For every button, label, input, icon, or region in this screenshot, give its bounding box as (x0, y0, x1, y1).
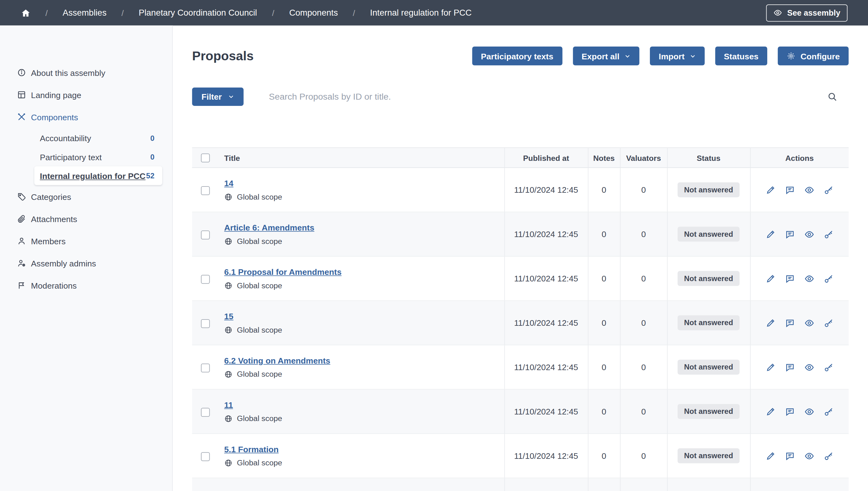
edit-proposal-icon[interactable] (765, 318, 775, 328)
proposal-scope: Global scope (224, 237, 504, 246)
notes-count-cell: 0 (588, 301, 620, 345)
proposal-title-cell: Article 6: Amendments Global scope (219, 212, 504, 256)
proposal-title-link[interactable]: 15 (224, 311, 234, 321)
proposal-scope: Global scope (224, 414, 504, 423)
proposal-title-link[interactable]: 11 (224, 400, 233, 409)
gear-icon (786, 52, 795, 60)
permissions-key-icon[interactable] (824, 406, 834, 416)
search-input[interactable] (269, 92, 820, 102)
proposal-title-link[interactable]: 5.1 Formation (224, 444, 279, 454)
edit-proposal-icon[interactable] (765, 185, 775, 195)
notes-count-cell: 0 (588, 212, 620, 256)
edit-proposal-icon[interactable] (765, 362, 775, 372)
valuators-count-cell: 0 (620, 389, 667, 434)
answer-proposal-icon[interactable] (785, 318, 795, 328)
preview-proposal-icon[interactable] (804, 229, 814, 239)
sidebar-item-about[interactable]: About this assembly (0, 61, 172, 84)
actions-cell (750, 168, 849, 212)
status-cell: Not answered (667, 434, 750, 478)
proposal-title-link[interactable]: Article 6: Amendments (224, 223, 314, 232)
participatory-texts-button[interactable]: Participatory texts (472, 47, 562, 65)
export-all-button[interactable]: Export all (573, 47, 640, 65)
count-badge: 52 (146, 171, 154, 180)
preview-proposal-icon[interactable] (804, 318, 814, 328)
table-row: 11 Global scope 11/10/2024 12:45 0 0 Not… (192, 389, 849, 434)
row-checkbox[interactable] (201, 408, 210, 416)
sidebar-item-accountability[interactable]: Accountability 0 (34, 129, 162, 147)
import-button[interactable]: Import (650, 47, 705, 65)
row-checkbox[interactable] (201, 230, 210, 239)
sidebar-item-internal-regulation[interactable]: Internal regulation for PCC 52 (34, 166, 162, 185)
permissions-key-icon[interactable] (824, 185, 834, 195)
filter-button[interactable]: Filter (192, 87, 243, 106)
sidebar-item-members[interactable]: Members (0, 230, 172, 252)
status-badge: Not answered (677, 359, 740, 375)
row-checkbox[interactable] (201, 363, 210, 372)
toolbar: Participatory texts Export all Import St… (472, 47, 849, 65)
row-checkbox[interactable] (201, 452, 210, 461)
globe-icon (224, 193, 233, 201)
select-all-checkbox[interactable] (201, 154, 210, 163)
see-assembly-button[interactable]: See assembly (766, 4, 848, 21)
sidebar-item-landing-page[interactable]: Landing page (0, 84, 172, 106)
answer-proposal-icon[interactable] (785, 451, 795, 461)
sidebar-item-components[interactable]: Components (0, 106, 172, 128)
sidebar-item-moderations[interactable]: Moderations (0, 274, 172, 296)
breadcrumb-assemblies[interactable]: Assemblies (63, 8, 107, 18)
row-checkbox[interactable] (201, 186, 210, 195)
answer-proposal-icon[interactable] (785, 185, 795, 195)
answer-proposal-icon[interactable] (785, 362, 795, 372)
search-button[interactable] (827, 91, 838, 102)
edit-proposal-icon[interactable] (765, 229, 775, 239)
sidebar-item-assembly-admins[interactable]: Assembly admins (0, 252, 172, 274)
notes-count-cell: 0 (588, 168, 620, 212)
row-checkbox-cell (192, 168, 219, 212)
notes-count-cell: 0 (588, 434, 620, 478)
breadcrumb-assembly-name[interactable]: Planetary Coordination Council (139, 8, 257, 18)
edit-proposal-icon[interactable] (765, 406, 775, 416)
permissions-key-icon[interactable] (824, 318, 834, 328)
permissions-key-icon[interactable] (824, 229, 834, 239)
proposal-title-link[interactable]: 12 (224, 489, 234, 491)
filter-bar: Filter (192, 87, 849, 106)
actions-cell (750, 434, 849, 478)
preview-proposal-icon[interactable] (804, 451, 814, 461)
status-cell: Not answered (667, 345, 750, 389)
sidebar-item-categories[interactable]: Categories (0, 185, 172, 208)
preview-proposal-icon[interactable] (804, 273, 814, 284)
column-header-published-at: Published at (504, 148, 588, 168)
status-cell: Not answered (667, 168, 750, 212)
proposal-title-link[interactable]: 6.1 Proposal for Amendments (224, 267, 342, 277)
sidebar-item-attachments[interactable]: Attachments (0, 208, 172, 230)
home-link[interactable] (21, 8, 30, 18)
proposal-title-link[interactable]: 6.2 Voting on Amendments (224, 356, 331, 365)
published-at-cell (504, 478, 588, 491)
answer-proposal-icon[interactable] (785, 229, 795, 239)
preview-proposal-icon[interactable] (804, 362, 814, 372)
permissions-key-icon[interactable] (824, 451, 834, 461)
actions-cell (750, 478, 849, 491)
breadcrumb-components[interactable]: Components (289, 8, 338, 18)
proposal-title-cell: 5.1 Formation Global scope (219, 434, 504, 478)
edit-proposal-icon[interactable] (765, 273, 775, 284)
sidebar-item-participatory-text[interactable]: Participatory text 0 (34, 147, 162, 166)
preview-proposal-icon[interactable] (804, 406, 814, 416)
notes-count-cell: 0 (588, 389, 620, 434)
row-checkbox[interactable] (201, 319, 210, 328)
statuses-button[interactable]: Statuses (715, 47, 768, 65)
row-checkbox-cell (192, 345, 219, 389)
select-all-cell (192, 148, 219, 168)
actions-cell (750, 389, 849, 434)
breadcrumb-current-component[interactable]: Internal regulation for PCC (370, 8, 472, 18)
chevron-down-icon (228, 94, 234, 100)
permissions-key-icon[interactable] (824, 362, 834, 372)
preview-proposal-icon[interactable] (804, 185, 814, 195)
answer-proposal-icon[interactable] (785, 273, 795, 284)
row-checkbox[interactable] (201, 275, 210, 283)
configure-button[interactable]: Configure (778, 47, 849, 65)
edit-proposal-icon[interactable] (765, 451, 775, 461)
valuators-count-cell (620, 478, 667, 491)
proposal-title-link[interactable]: 14 (224, 178, 234, 188)
permissions-key-icon[interactable] (824, 273, 834, 284)
answer-proposal-icon[interactable] (785, 406, 795, 416)
